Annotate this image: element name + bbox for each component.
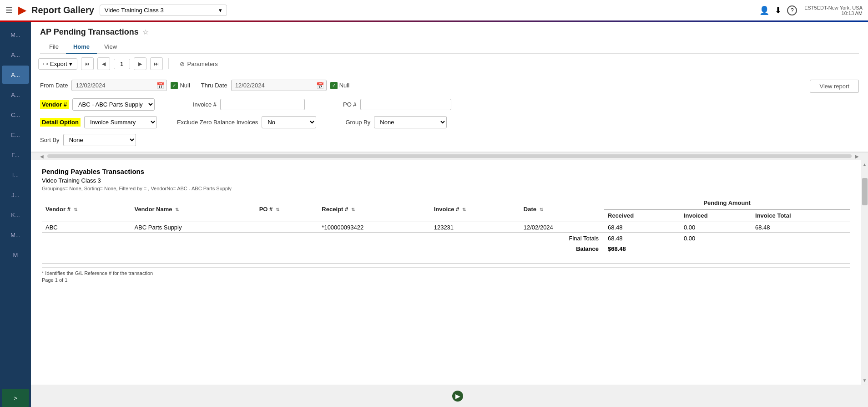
first-page-button[interactable]: ⏮ xyxy=(81,57,94,70)
thru-date-input[interactable] xyxy=(231,80,327,91)
timezone-label: EST5EDT-New York, USA xyxy=(804,5,863,10)
group-by-select[interactable]: None xyxy=(374,116,447,128)
cell-receipt-num: *100000093422 xyxy=(318,222,430,233)
cell-date: 12/02/2024 xyxy=(520,222,604,233)
next-page-button[interactable]: ▶ xyxy=(134,57,146,70)
thru-date-null-label: Null xyxy=(339,82,349,89)
download-icon[interactable]: ⬇ xyxy=(775,5,782,15)
sort-date-icon[interactable]: ⇅ xyxy=(540,207,543,212)
report-output: Pending Payables Transactions Video Trai… xyxy=(31,160,861,385)
sidebar-item-f[interactable]: F... xyxy=(2,146,29,164)
sidebar-item-j[interactable]: J... xyxy=(2,186,29,204)
from-date-label: From Date xyxy=(40,82,68,89)
col-date: Date ⇅ xyxy=(520,197,604,222)
header-right: 👤 ⬇ ? EST5EDT-New York, USA 10:13 AM xyxy=(759,5,863,16)
from-date-calendar-icon[interactable]: 📅 xyxy=(156,82,164,89)
page-number-input[interactable] xyxy=(114,59,130,69)
prev-page-button[interactable]: ◀ xyxy=(97,57,110,70)
sort-po-icon[interactable]: ⇅ xyxy=(276,207,279,212)
sidebar-item-k[interactable]: K... xyxy=(2,206,29,224)
time-label: 10:13 AM xyxy=(804,10,863,16)
from-date-null-checkbox[interactable]: ✓ xyxy=(171,82,178,89)
scroll-left-arrow[interactable]: ◀ xyxy=(40,154,44,159)
invoice-label: Invoice # xyxy=(193,101,217,108)
toolbar-separator xyxy=(168,58,169,69)
view-report-button[interactable]: View report xyxy=(810,80,859,93)
sidebar-item-m1[interactable]: M... xyxy=(2,25,29,44)
main-content: AP Pending Transactions ☆ File Home View… xyxy=(31,22,868,407)
final-totals-row: Final Totals 68.48 0.00 xyxy=(42,233,850,244)
thru-date-wrap: 📅 xyxy=(231,80,327,91)
export-button[interactable]: ↦ Export ▾ xyxy=(38,58,77,70)
user-icon[interactable]: 👤 xyxy=(759,5,769,15)
scroll-right-arrow[interactable]: ▶ xyxy=(855,154,859,159)
from-date-null-label: Null xyxy=(180,82,190,89)
sort-invoice-icon[interactable]: ⇅ xyxy=(462,207,466,212)
sort-receipt-icon[interactable]: ⇅ xyxy=(351,207,355,212)
expand-bottom-button[interactable]: ▶ xyxy=(452,391,463,402)
report-table: Vendor # ⇅ Vendor Name ⇅ PO # ⇅ xyxy=(42,197,850,254)
vendor-label: Vendor # xyxy=(40,100,69,109)
sidebar: M... A... A... A... C... E... F... I... … xyxy=(0,22,31,407)
vertical-scrollbar: ▲ ▼ xyxy=(861,160,868,385)
toolbar: ↦ Export ▾ ⏮ ◀ ▶ ⏭ ⊘ Parameters xyxy=(31,54,868,74)
tab-file[interactable]: File xyxy=(42,41,66,54)
detail-option-select[interactable]: Invoice Summary xyxy=(84,116,157,128)
vendor-select[interactable]: ABC - ABC Parts Supply xyxy=(72,98,155,111)
tab-home[interactable]: Home xyxy=(66,41,97,54)
app-title: Report Gallery xyxy=(31,5,94,15)
from-date-wrap: 📅 xyxy=(71,80,167,91)
footer-note: * Identifies the G/L Reference # for the… xyxy=(42,270,850,276)
parameters-button[interactable]: ⊘ Parameters xyxy=(174,59,223,69)
sort-by-select[interactable]: None xyxy=(63,134,136,146)
header-icons: 👤 ⬇ ? xyxy=(759,5,797,15)
detail-option-label: Detail Option xyxy=(40,118,81,127)
sidebar-item-c[interactable]: C... xyxy=(2,106,29,124)
sidebar-item-a3[interactable]: A... xyxy=(2,86,29,104)
from-date-input[interactable] xyxy=(71,80,167,91)
star-icon[interactable]: ☆ xyxy=(142,28,149,36)
thru-date-calendar-icon[interactable]: 📅 xyxy=(316,82,324,89)
scroll-up-arrow[interactable]: ▲ xyxy=(861,160,868,169)
report-header: AP Pending Transactions ☆ File Home View xyxy=(31,22,868,54)
sidebar-expand-button[interactable]: > xyxy=(2,389,29,407)
col-po-num: PO # ⇅ xyxy=(256,197,318,222)
sidebar-item-m3[interactable]: M xyxy=(2,246,29,264)
sidebar-item-a2[interactable]: A... xyxy=(2,66,29,84)
scroll-thumb-vertical[interactable] xyxy=(862,178,868,205)
cell-po-num xyxy=(256,222,318,233)
report-dropdown[interactable]: Video Training Class 3 ▾ xyxy=(100,5,227,16)
output-subtitle: Video Training Class 3 xyxy=(42,177,850,184)
sidebar-item-e[interactable]: E... xyxy=(2,126,29,144)
sort-by-label: Sort By xyxy=(40,137,60,143)
help-icon[interactable]: ? xyxy=(787,5,797,15)
sidebar-item-a1[interactable]: A... xyxy=(2,46,29,64)
scroll-down-arrow[interactable]: ▼ xyxy=(861,376,868,385)
sidebar-item-m2[interactable]: M... xyxy=(2,226,29,244)
col-vendor-num: Vendor # ⇅ xyxy=(42,197,131,222)
exclude-zero-select[interactable]: No xyxy=(262,116,316,128)
hamburger-icon[interactable]: ☰ xyxy=(5,5,13,15)
thru-date-null-checkbox[interactable]: ✓ xyxy=(330,82,338,89)
po-label: PO # xyxy=(343,101,357,108)
final-invoice-total xyxy=(752,233,850,244)
col-invoice-num: Invoice # ⇅ xyxy=(430,197,520,222)
last-page-button[interactable]: ⏭ xyxy=(150,57,163,70)
thru-date-null-wrap: ✓ Null xyxy=(330,82,349,89)
parameters-section: From Date 📅 ✓ Null Thru Date xyxy=(31,74,868,152)
sort-vendor-name-icon[interactable]: ⇅ xyxy=(175,207,179,212)
sort-vendor-num-icon[interactable]: ⇅ xyxy=(74,207,77,212)
invoice-input[interactable] xyxy=(220,99,305,110)
tab-view[interactable]: View xyxy=(97,41,124,54)
cell-vendor-num: ABC xyxy=(42,222,131,233)
dropdown-arrow-icon: ▾ xyxy=(219,7,222,14)
cell-received: 68.48 xyxy=(604,222,680,233)
final-totals-label: Final Totals xyxy=(42,233,604,244)
balance-row: Balance $68.48 xyxy=(42,244,850,254)
output-filter-info: Groupings= None, Sorting= None, Filtered… xyxy=(42,186,850,191)
sidebar-item-i[interactable]: I... xyxy=(2,166,29,184)
po-input[interactable] xyxy=(360,99,451,110)
scroll-thumb[interactable] xyxy=(47,154,852,158)
table-row: ABC ABC Parts Supply *100000093422 12323… xyxy=(42,222,850,233)
horizontal-scrollbar: ◀ ▶ xyxy=(31,152,868,160)
